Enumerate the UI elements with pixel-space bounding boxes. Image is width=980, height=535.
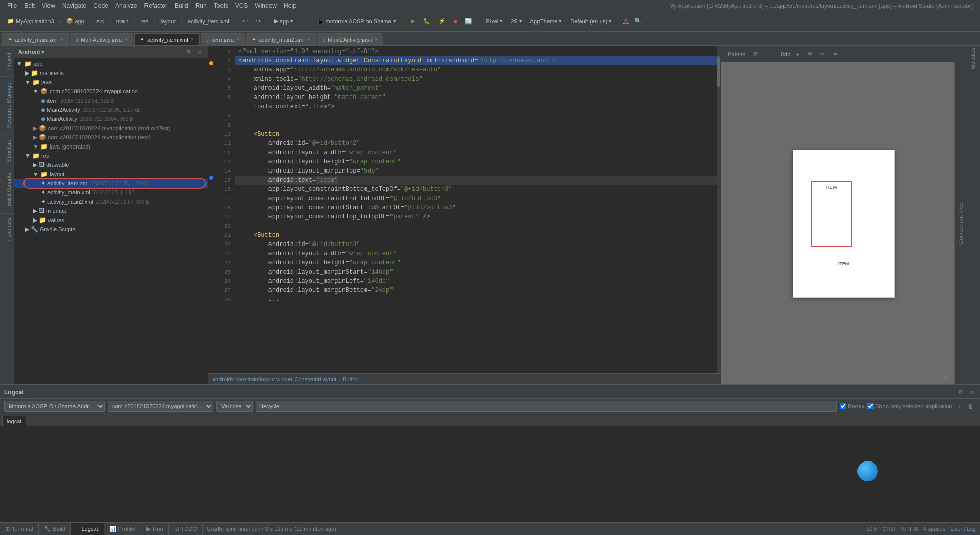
logcat-tab-logcat[interactable]: logcat	[2, 416, 26, 426]
menu-refactor[interactable]: Refactor	[141, 1, 170, 10]
tree-item-activity-main2-xml[interactable]: ✦ activity_main2.xml 2020/7/12 15:57, 83…	[14, 197, 208, 206]
tree-item-drawable[interactable]: ▶ 🖼 drawable	[14, 160, 208, 169]
tab-item-java[interactable]: J item.java ×	[201, 33, 245, 45]
sidebar-item-structure[interactable]: Structure	[0, 135, 14, 166]
file-button[interactable]: activity_item.xml	[185, 16, 232, 27]
tab-activity-main-xml[interactable]: ✦ activity_main.xml ×	[2, 33, 69, 45]
tree-item-java[interactable]: ▼ 📁 java	[14, 78, 208, 87]
charset[interactable]: UTF-8	[902, 526, 918, 532]
code-editor[interactable]: <?xml version="1.0" encoding="utf-8"?> <…	[235, 46, 717, 373]
editor-scrollbar[interactable]	[717, 46, 721, 373]
menu-help[interactable]: Help	[281, 1, 300, 10]
component-tree-tab[interactable]: Component Tree	[954, 62, 966, 384]
menu-code[interactable]: Code	[90, 1, 111, 10]
tree-item-test[interactable]: ▶ 📦 com.c201801020224.myapplication (tes…	[14, 133, 208, 142]
sidebar-item-favorites[interactable]: Favorites	[0, 213, 14, 245]
theme-button[interactable]: AppTheme ▾	[527, 16, 566, 27]
pan-btn[interactable]: ✥	[805, 49, 815, 59]
logcat-search-input[interactable]	[256, 401, 837, 412]
sync-button[interactable]: 🔄	[462, 16, 475, 27]
tab-close-icon3[interactable]: ×	[236, 37, 239, 42]
menu-file[interactable]: File	[4, 1, 20, 10]
regex-checkbox[interactable]	[840, 403, 846, 409]
tree-item-main2activity[interactable]: ◆ Main2Activity 2020/7/12 16:35, 1.17 kB	[14, 105, 208, 114]
debug-button[interactable]: 🐛	[420, 16, 433, 27]
palette-button[interactable]: Palette	[725, 50, 748, 59]
tree-item-item-class[interactable]: ◆ item 2020/7/12 22:54, 351 B	[14, 96, 208, 105]
tab-close-icon5[interactable]: ×	[375, 37, 378, 42]
menu-view[interactable]: View	[39, 1, 58, 10]
logcat-scroll-end-btn[interactable]: ↓	[955, 402, 964, 411]
app-module-button[interactable]: 📦 app	[63, 16, 87, 27]
menu-edit[interactable]: Edit	[21, 1, 38, 10]
tree-item-activity-item-xml[interactable]: ✦ activity_item.xml 2020/7/12 22:55, 1.3…	[14, 179, 208, 188]
scrollbar-thumb[interactable]	[717, 56, 720, 87]
tree-item-layout[interactable]: ▼ 📁 layout	[14, 169, 208, 179]
menu-window[interactable]: Window	[252, 1, 280, 10]
layout-button[interactable]: layout	[158, 16, 179, 27]
logcat-close-btn[interactable]: ×	[968, 387, 976, 397]
locale-button[interactable]: Default (en-us) ▾	[567, 16, 615, 27]
sidebar-item-build-variants[interactable]: Build Variants	[0, 168, 14, 211]
tree-item-res[interactable]: ▼ 📁 res	[14, 151, 208, 160]
tab-activity-main2-xml[interactable]: ✦ activity_main2.xml ×	[246, 33, 316, 45]
bottom-tab-run[interactable]: ▶ Run	[141, 523, 168, 536]
indent[interactable]: 4 spaces	[923, 526, 945, 532]
menu-navigate[interactable]: Navigate	[59, 1, 89, 10]
zoom-out-btn[interactable]: -	[771, 50, 778, 59]
sidebar-item-project[interactable]: Project	[0, 48, 14, 74]
breadcrumb-button[interactable]: Button	[342, 376, 359, 382]
panel-settings-btn[interactable]: ⚙	[183, 47, 193, 57]
edit-btn[interactable]: ✏	[818, 49, 827, 59]
tree-item-app[interactable]: ▼ 📁 app	[14, 59, 208, 68]
search-everywhere-button[interactable]: 🔍	[631, 16, 645, 27]
tree-item-android-test[interactable]: ▶ 📦 com.c201801020224.myapplication (and…	[14, 124, 208, 133]
line-ending[interactable]: CRLF	[883, 526, 897, 532]
tab-close-icon4[interactable]: ×	[307, 37, 310, 42]
tree-item-gradle-scripts[interactable]: ▶ 🔧 Gradle Scripts	[14, 225, 208, 234]
menu-tools[interactable]: Tools	[211, 1, 231, 10]
menu-analyze[interactable]: Analyze	[112, 1, 140, 10]
bottom-tab-build[interactable]: 🔨 Build	[39, 523, 71, 536]
menu-build[interactable]: Build	[172, 1, 191, 10]
tree-item-package[interactable]: ▼ 📦 com.c201801020224.myapplication	[14, 87, 208, 96]
undo-button[interactable]: ↩	[240, 16, 251, 27]
bottom-tab-profiler[interactable]: 📊 Profiler	[104, 523, 142, 536]
align-btn[interactable]: ⇔	[830, 49, 840, 59]
tree-item-mipmap[interactable]: ▶ 🖼 mipmap	[14, 206, 208, 215]
zoom-in-btn[interactable]: +	[793, 50, 801, 59]
device-dropdown[interactable]: 📱 motorola AOSP on Shama ▾	[314, 16, 406, 27]
show-only-selected-checkbox[interactable]	[867, 403, 874, 409]
log-level-select[interactable]: Verbose	[216, 401, 253, 412]
redo-button[interactable]: ↪	[253, 16, 263, 27]
tab-close-icon2[interactable]: ×	[191, 37, 194, 42]
tab-activity-item-xml[interactable]: ✦ activity_item.xml ×	[134, 33, 200, 45]
cursor-position[interactable]: 10:5	[866, 526, 877, 532]
profile-button[interactable]: ⚡	[435, 16, 449, 27]
logcat-clear-btn[interactable]: 🗑	[965, 402, 976, 411]
tab-main2activity-java[interactable]: J Main2Activity.java ×	[317, 33, 384, 45]
tab-mainactivity-java[interactable]: J MainActivity.java ×	[70, 33, 133, 45]
main-button[interactable]: main	[113, 16, 132, 27]
logcat-settings-btn[interactable]: ⚙	[955, 387, 966, 397]
preview-settings-btn[interactable]: ⚙	[751, 49, 761, 59]
package-select[interactable]: com.c201801020224.myapplicatio...	[108, 401, 213, 412]
project-name-button[interactable]: 📁 MyApplication3	[4, 16, 57, 27]
panel-close-btn[interactable]: ×	[195, 47, 204, 57]
breadcrumb-constraint-layout[interactable]: androidx.constraintlayout.widget.Constra…	[212, 376, 336, 382]
bottom-tab-todo[interactable]: ☑ TODO	[169, 523, 203, 536]
pixel-dropdown[interactable]: Pixel ▾	[483, 16, 506, 27]
bottom-tab-terminal[interactable]: ⊞ Terminal	[0, 523, 39, 536]
run-config-dropdown[interactable]: ▶ app ▾	[271, 16, 312, 27]
sidebar-item-resource[interactable]: Resource Manager	[0, 76, 14, 133]
event-log-link[interactable]: Event Log	[950, 526, 976, 532]
tree-item-manifests[interactable]: ▶ 📁 manifests	[14, 68, 208, 78]
tab-close-icon[interactable]: ×	[60, 37, 63, 42]
bottom-tab-logcat[interactable]: ≡ Logcat	[71, 523, 104, 536]
tree-item-activity-main-xml[interactable]: ✦ activity_main.xml 7/12 22:33, 1.1 kB	[14, 188, 208, 197]
stop-button[interactable]: ■	[451, 16, 460, 27]
menu-run[interactable]: Run	[192, 1, 210, 10]
src-button[interactable]: src	[93, 16, 107, 27]
tab-close-icon[interactable]: ×	[125, 37, 128, 42]
run-button[interactable]: ▶	[408, 16, 418, 27]
